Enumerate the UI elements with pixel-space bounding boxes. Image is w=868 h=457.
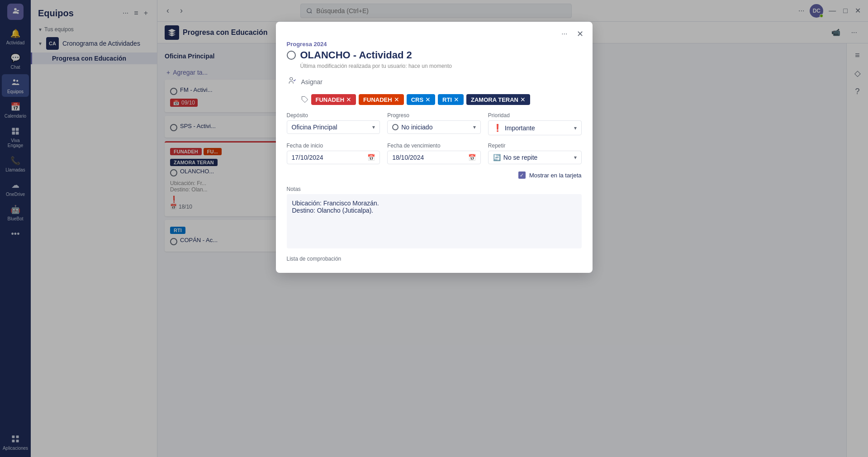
calendar-icon: 📅 bbox=[367, 154, 375, 161]
chevron-down-icon: ▾ bbox=[372, 124, 375, 130]
chevron-down-icon: ▾ bbox=[574, 154, 577, 161]
modal-tags-row: FUNADEH ✕ FUNADEH ✕ CRS ✕ RTI ✕ ZAMORA T… bbox=[287, 94, 582, 105]
priority-badge-icon: ❗ bbox=[493, 124, 502, 132]
modal-field-prioridad: Prioridad ❗ Importante ▾ bbox=[488, 112, 582, 135]
modal-overlay: ··· ✕ Progresa 2024 OLANCHO - Actividad … bbox=[0, 0, 868, 457]
progreso-value[interactable]: No iniciado ▾ bbox=[387, 120, 481, 134]
modal-modified: Última modificación realizada por tu usu… bbox=[287, 63, 582, 69]
modal-header: ··· ✕ bbox=[276, 22, 593, 41]
fecha-vencimiento-value[interactable]: 18/10/2024 📅 bbox=[387, 151, 481, 164]
no-started-circle bbox=[392, 124, 398, 130]
repetir-label: Repetir bbox=[488, 143, 582, 149]
chevron-down-icon: ▾ bbox=[473, 124, 476, 130]
modal-tag-funadeh-close[interactable]: ✕ bbox=[346, 96, 351, 103]
fecha-inicio-value[interactable]: 17/10/2024 📅 bbox=[287, 151, 380, 164]
modal-fields-grid-1: Depósito Oficina Principal ▾ Progreso No… bbox=[287, 112, 582, 135]
deposito-value[interactable]: Oficina Principal ▾ bbox=[287, 120, 380, 134]
modal-field-fecha-inicio: Fecha de inicio 17/10/2024 📅 bbox=[287, 143, 380, 164]
modal-tag-zamora: ZAMORA TERAN ✕ bbox=[466, 94, 530, 105]
modal-tag-crs-close[interactable]: ✕ bbox=[425, 96, 431, 103]
modal-tag-rti: RTI ✕ bbox=[438, 94, 464, 105]
modal-tag-funadeh-orange-close[interactable]: ✕ bbox=[394, 96, 399, 103]
notes-label: Notas bbox=[287, 186, 582, 192]
deposito-label: Depósito bbox=[287, 112, 380, 119]
assign-icon bbox=[287, 76, 298, 87]
prioridad-value[interactable]: ❗ Importante ▾ bbox=[488, 120, 582, 135]
modal-show-card: ✓ Mostrar en la tarjeta bbox=[287, 171, 582, 179]
modal-tag-icon bbox=[301, 96, 308, 103]
modal-field-deposito: Depósito Oficina Principal ▾ bbox=[287, 112, 380, 135]
checklist-label: Lista de comprobación bbox=[287, 256, 582, 262]
modal-tag-zamora-close[interactable]: ✕ bbox=[520, 96, 526, 103]
modal-tag-rti-close[interactable]: ✕ bbox=[454, 96, 459, 103]
progreso-label: Progreso bbox=[387, 112, 481, 119]
modal-tag-funadeh: FUNADEH ✕ bbox=[311, 94, 356, 105]
modal-notes-section: Notas Ubicación: Francisco Morazán. Dest… bbox=[287, 186, 582, 248]
modal-more-btn[interactable]: ··· bbox=[558, 28, 571, 40]
calendar-icon: 📅 bbox=[468, 154, 476, 161]
modal-task-title: OLANCHO - Actividad 2 bbox=[287, 49, 582, 61]
modal-fields-grid-2: Fecha de inicio 17/10/2024 📅 Fecha de ve… bbox=[287, 143, 582, 164]
svg-point-12 bbox=[289, 77, 292, 80]
fecha-inicio-label: Fecha de inicio bbox=[287, 143, 380, 149]
progreso-inner: No iniciado bbox=[392, 124, 432, 131]
modal-field-fecha-vencimiento: Fecha de vencimiento 18/10/2024 📅 bbox=[387, 143, 481, 164]
modal-body: Progresa 2024 OLANCHO - Actividad 2 Últi… bbox=[276, 41, 593, 273]
modal-tag-crs: CRS ✕ bbox=[407, 94, 435, 105]
repetir-inner: 🔄 No se repite bbox=[493, 154, 537, 161]
task-detail-modal: ··· ✕ Progresa 2024 OLANCHO - Actividad … bbox=[276, 22, 593, 273]
notes-content[interactable]: Ubicación: Francisco Morazán. Destino: O… bbox=[287, 194, 582, 248]
repetir-value[interactable]: 🔄 No se repite ▾ bbox=[488, 151, 582, 164]
show-card-checkbox[interactable]: ✓ bbox=[518, 171, 526, 179]
modal-assign-label: Asignar bbox=[301, 78, 323, 86]
modal-section-label: Progresa 2024 bbox=[287, 41, 582, 48]
fecha-vencimiento-label: Fecha de vencimiento bbox=[387, 143, 481, 149]
modal-assign-section: Asignar bbox=[287, 76, 582, 87]
prioridad-label: Prioridad bbox=[488, 112, 582, 119]
modal-close-btn[interactable]: ✕ bbox=[575, 27, 585, 41]
task-circle[interactable] bbox=[287, 51, 296, 60]
show-card-label: Mostrar en la tarjeta bbox=[529, 172, 582, 179]
prioridad-inner: ❗ Importante bbox=[493, 124, 535, 132]
modal-field-progreso: Progreso No iniciado ▾ bbox=[387, 112, 481, 135]
repeat-icon: 🔄 bbox=[493, 154, 501, 161]
modal-tag-funadeh-orange: FUNADEH ✕ bbox=[359, 94, 404, 105]
modal-field-repetir: Repetir 🔄 No se repite ▾ bbox=[488, 143, 582, 164]
chevron-down-icon: ▾ bbox=[574, 125, 577, 131]
